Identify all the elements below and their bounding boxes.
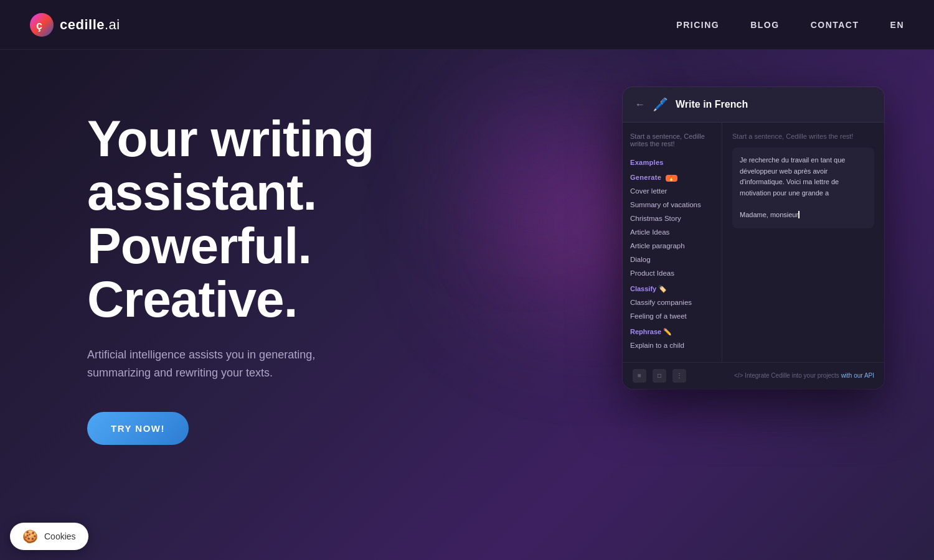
hero-headline: Your writing assistant. Powerful. Creati… xyxy=(87,112,374,326)
svg-text:ç: ç xyxy=(36,19,42,32)
app-topbar: ← 🖊️ Write in French xyxy=(623,87,884,123)
back-button[interactable]: ← xyxy=(635,99,645,110)
footer-icon-more[interactable]: ⋮ xyxy=(672,369,686,383)
footer-icon-menu[interactable]: ≡ xyxy=(633,369,646,383)
app-footer: ≡ □ ⋮ </> Integrate Cedille into your pr… xyxy=(623,362,884,389)
generated-text-content: Je recherche du travail en tant que déve… xyxy=(740,156,845,197)
navbar: ç cedille.ai PRICING BLOG CONTACT EN xyxy=(0,0,934,50)
sidebar-generate-header[interactable]: Generate 🔥 xyxy=(623,169,722,184)
app-title: Write in French xyxy=(676,99,748,110)
cookie-icon: 🍪 xyxy=(22,529,38,544)
cookies-label: Cookies xyxy=(44,531,76,541)
nav-contact[interactable]: CONTACT xyxy=(811,20,859,30)
logo-text: cedille.ai xyxy=(60,17,120,33)
nav-language[interactable]: EN xyxy=(890,20,904,30)
footer-icon-copy[interactable]: □ xyxy=(653,369,666,383)
sidebar-examples-header: Examples xyxy=(623,154,722,169)
sidebar-dialog[interactable]: Dialog xyxy=(623,253,722,266)
sidebar-cover-letter[interactable]: Cover letter xyxy=(623,184,722,198)
hero-section: Your writing assistant. Powerful. Creati… xyxy=(0,50,934,560)
footer-toolbar: ≡ □ ⋮ xyxy=(633,369,686,383)
cursor-text: Madame, monsieur xyxy=(740,211,798,218)
nav-pricing[interactable]: PRICING xyxy=(676,20,719,30)
sidebar-summary-vacations[interactable]: Summary of vacations xyxy=(623,198,722,212)
logo-icon: ç xyxy=(30,13,54,37)
sidebar-rephrase-header[interactable]: Rephrase ✏️ xyxy=(623,323,722,338)
app-start-hint: Start a sentence, Cedille writes the res… xyxy=(732,133,874,140)
sidebar-feeling-tweet[interactable]: Feeling of a tweet xyxy=(623,309,722,323)
app-input-hint-sidebar: Start a sentence, Cedille writes the res… xyxy=(623,133,722,154)
generate-new-badge: 🔥 xyxy=(666,175,677,182)
try-now-button[interactable]: TRY NOW! xyxy=(87,412,189,445)
nav-links: PRICING BLOG CONTACT EN xyxy=(676,20,904,30)
app-sidebar: Start a sentence, Cedille writes the res… xyxy=(623,123,722,362)
hero-content: Your writing assistant. Powerful. Creati… xyxy=(87,112,374,445)
sidebar-classify-header[interactable]: Classify 🏷️ xyxy=(623,280,722,296)
logo[interactable]: ç cedille.ai xyxy=(30,13,120,37)
nav-blog[interactable]: BLOG xyxy=(750,20,779,30)
generated-text[interactable]: Je recherche du travail en tant que déve… xyxy=(732,147,874,228)
sidebar-christmas-story[interactable]: Christmas Story xyxy=(623,212,722,225)
sidebar-article-ideas[interactable]: Article Ideas xyxy=(623,225,722,239)
glow-blob-2 xyxy=(436,50,623,236)
sidebar-product-ideas[interactable]: Product Ideas xyxy=(623,266,722,280)
api-hint: </> Integrate Cedille into your projects… xyxy=(734,372,874,379)
sidebar-article-paragraph[interactable]: Article paragraph xyxy=(623,239,722,253)
app-screenshot: ← 🖊️ Write in French Start a sentence, C… xyxy=(623,87,884,389)
sidebar-explain-child[interactable]: Explain to a child xyxy=(623,338,722,352)
text-cursor xyxy=(798,211,800,218)
sidebar-classify-companies[interactable]: Classify companies xyxy=(623,296,722,309)
hero-subtitle: Artificial intelligence assists you in g… xyxy=(87,346,361,382)
app-emoji-icon: 🖊️ xyxy=(653,97,668,112)
app-body: Start a sentence, Cedille writes the res… xyxy=(623,123,884,362)
api-link[interactable]: with our API xyxy=(841,372,874,379)
cookies-bar[interactable]: 🍪 Cookies xyxy=(10,523,88,550)
app-window: ← 🖊️ Write in French Start a sentence, C… xyxy=(623,87,884,389)
app-main-content: Start a sentence, Cedille writes the res… xyxy=(722,123,884,362)
